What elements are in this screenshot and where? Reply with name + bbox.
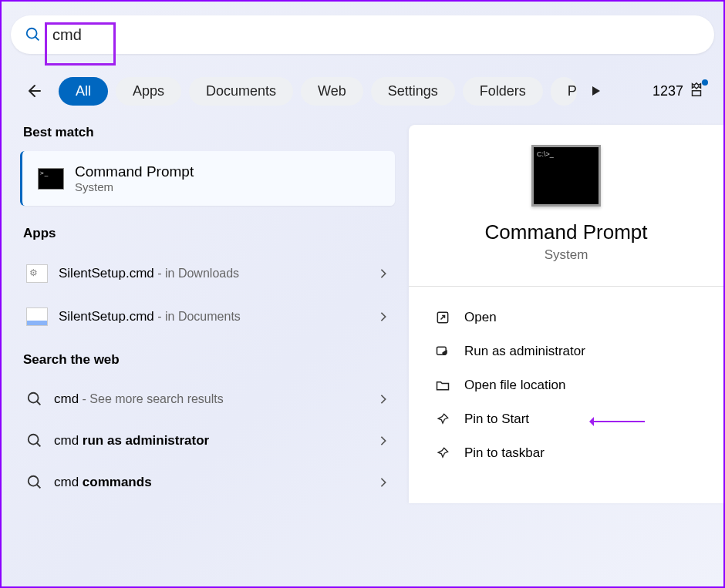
arrow-left-icon (26, 82, 45, 100)
rewards-icon (688, 81, 705, 102)
rewards-points[interactable]: 1237 (652, 81, 705, 102)
app-result-0[interactable]: SilentSetup.cmd - in Downloads (20, 252, 395, 295)
svg-line-5 (37, 443, 41, 447)
filter-apps[interactable]: Apps (116, 77, 181, 106)
cmd-app-icon (38, 168, 64, 190)
back-button[interactable] (20, 76, 51, 106)
chevron-right-icon (378, 435, 389, 446)
app-result-1[interactable]: SilentSetup.cmd - in Documents (20, 295, 395, 338)
best-match-subtitle: System (75, 180, 194, 193)
web-result-2[interactable]: cmd commands (20, 462, 395, 503)
section-apps: Apps (23, 226, 395, 241)
pin-icon (435, 445, 450, 461)
action-label: Pin to taskbar (464, 445, 545, 461)
more-filters-button[interactable] (589, 85, 602, 97)
pin-icon (435, 412, 450, 427)
action-label: Open (464, 310, 497, 325)
filter-row: All Apps Documents Web Settings Folders … (20, 76, 723, 106)
filter-more-truncated[interactable]: Pl (551, 77, 577, 106)
section-web: Search the web (23, 352, 395, 368)
search-icon (26, 432, 43, 449)
web-result-1[interactable]: cmd run as administrator (20, 420, 395, 462)
svg-line-3 (37, 402, 41, 405)
app-result-loc: - in Downloads (154, 267, 239, 280)
shield-admin-icon (435, 344, 450, 359)
action-pin-taskbar[interactable]: Pin to taskbar (435, 436, 697, 470)
cmd-large-icon (531, 145, 601, 207)
search-input[interactable] (52, 26, 700, 44)
chevron-right-icon (378, 477, 389, 488)
svg-point-6 (29, 476, 39, 486)
detail-title: Command Prompt (435, 220, 697, 244)
app-result-name: SilentSetup.cmd (59, 266, 154, 281)
web-result-0[interactable]: cmd - See more search results (20, 378, 395, 420)
best-match-title: Command Prompt (75, 163, 194, 180)
folder-icon (435, 378, 450, 393)
action-pin-start[interactable]: Pin to Start (435, 402, 697, 436)
search-icon (25, 26, 42, 43)
best-match-result[interactable]: Command Prompt System (20, 151, 395, 206)
app-result-loc: - in Documents (154, 310, 241, 323)
search-bar[interactable] (11, 15, 714, 54)
divider (409, 286, 723, 287)
detail-subtitle: System (435, 247, 697, 263)
chevron-right-icon (378, 394, 389, 405)
svg-point-2 (29, 393, 39, 403)
section-best-match: Best match (23, 125, 395, 140)
action-open[interactable]: Open (435, 301, 697, 334)
web-result-text: cmd (54, 391, 79, 406)
filter-documents[interactable]: Documents (189, 77, 293, 106)
play-right-icon (589, 85, 602, 97)
detail-panel: Command Prompt System Open Run as admini… (409, 125, 723, 503)
svg-line-7 (37, 485, 41, 489)
open-icon (435, 310, 450, 325)
action-open-location[interactable]: Open file location (435, 368, 697, 402)
search-icon (26, 391, 43, 408)
cmd-file-icon (26, 264, 48, 283)
chevron-right-icon (378, 311, 389, 322)
filter-web[interactable]: Web (301, 77, 363, 106)
filter-folders[interactable]: Folders (463, 77, 543, 106)
svg-point-4 (29, 435, 39, 445)
app-result-name: SilentSetup.cmd (59, 309, 154, 324)
chevron-right-icon (378, 268, 389, 279)
action-run-admin[interactable]: Run as administrator (435, 334, 697, 368)
cmd-file-icon (26, 307, 48, 326)
web-result-text: cmd (54, 475, 83, 489)
filter-settings[interactable]: Settings (371, 77, 455, 106)
points-value: 1237 (652, 83, 683, 99)
action-label: Run as administrator (464, 344, 585, 359)
svg-point-0 (27, 29, 37, 39)
action-label: Pin to Start (464, 412, 529, 427)
action-label: Open file location (464, 378, 565, 393)
search-icon (26, 474, 43, 491)
svg-line-1 (35, 37, 39, 41)
filter-all[interactable]: All (59, 77, 108, 106)
web-result-text: cmd (54, 433, 83, 448)
